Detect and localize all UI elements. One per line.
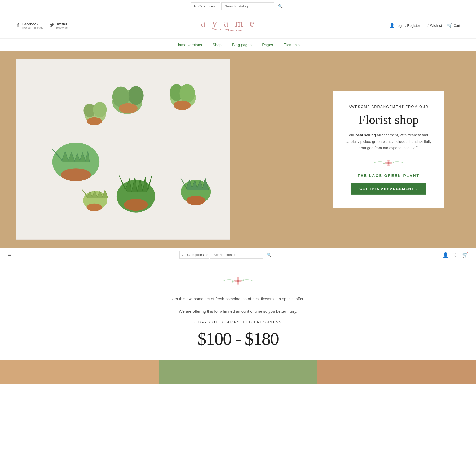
sticky-nav-actions: 👤 ♡ 🛒 — [443, 252, 468, 258]
cart-icon: 🛒 — [447, 23, 452, 28]
nav-item-elements[interactable]: Elements — [284, 42, 300, 47]
sticky-cart-icon[interactable]: 🛒 — [462, 252, 468, 258]
login-register-link[interactable]: 👤 Login / Register — [390, 23, 420, 28]
hamburger-menu-button[interactable]: ≡ — [8, 252, 11, 258]
svg-point-27 — [390, 162, 392, 164]
svg-point-38 — [243, 279, 244, 281]
svg-point-2 — [236, 30, 237, 31]
promo-section: Get this awesome set of fresh combinatio… — [0, 262, 476, 360]
hero-section: AWESOME ARRANGEMENT FROM OUR Florist sho… — [0, 51, 476, 248]
promo-freshness-label: 7 DAYS OF GUARANTEED FRESHNESS — [16, 320, 460, 324]
nav-link-home[interactable]: Home versions — [176, 43, 202, 47]
svg-point-20 — [186, 196, 205, 205]
bottom-image-strip — [0, 360, 476, 384]
svg-point-25 — [387, 164, 390, 166]
nav-link-shop[interactable]: Shop — [213, 43, 222, 47]
get-arrangement-button[interactable]: GET THIS ARRANGEMENT ↓ — [351, 183, 426, 195]
user-icon: 👤 — [390, 23, 395, 28]
svg-point-37 — [232, 280, 234, 282]
hero-subtitle: AWESOME ARRANGEMENT FROM OUR — [343, 105, 434, 109]
svg-point-30 — [393, 162, 394, 163]
main-navigation: Home versions Shop Blog pages Pages Elem… — [0, 39, 476, 51]
nav-link-elements[interactable]: Elements — [284, 43, 300, 47]
site-logo[interactable]: a y a m e — [201, 17, 256, 34]
strip-segment-3 — [317, 360, 476, 384]
strip-segment-1 — [0, 360, 159, 384]
hero-product-name: THE LACE GREEN PLANT — [343, 174, 434, 178]
svg-point-36 — [237, 280, 239, 282]
svg-point-18 — [87, 117, 102, 125]
nav-item-blog[interactable]: Blog pages — [232, 42, 252, 47]
cart-link[interactable]: 🛒 Cart — [447, 23, 460, 28]
sticky-heart-icon[interactable]: ♡ — [453, 252, 457, 258]
hero-description: our best selling arrangement, with fresh… — [343, 132, 434, 151]
sticky-nav-bar: ≡ All Categories ▾ 🔍 👤 ♡ 🛒 — [0, 248, 476, 262]
facebook-label: Facebook — [22, 22, 43, 26]
svg-point-35 — [239, 280, 242, 282]
wishlist-link[interactable]: ♡ Wishlist — [425, 23, 442, 28]
svg-point-4 — [128, 86, 143, 105]
hero-plant-image — [16, 59, 230, 240]
nav-link-pages[interactable]: Pages — [262, 43, 273, 47]
promo-text-1: Get this awesome set of fresh combinatio… — [161, 295, 315, 302]
svg-point-32 — [237, 277, 239, 280]
wishlist-label: Wishlist — [430, 24, 442, 28]
svg-point-28 — [388, 162, 389, 164]
sticky-search-button[interactable]: 🔍 — [264, 251, 274, 259]
svg-point-12 — [124, 199, 148, 211]
promo-text-2: We are offering this for a limited amoun… — [161, 308, 315, 315]
sticky-user-icon[interactable]: 👤 — [443, 252, 448, 258]
category-select-wrapper[interactable]: All Categories ▾ — [191, 2, 220, 10]
login-label: Login / Register — [396, 24, 420, 28]
twitter-icon — [50, 23, 54, 28]
svg-point-10 — [174, 101, 191, 110]
search-input[interactable] — [221, 2, 274, 10]
nav-item-home[interactable]: Home versions — [176, 42, 202, 47]
svg-point-29 — [383, 163, 385, 164]
sticky-search-input[interactable] — [210, 251, 263, 259]
svg-point-33 — [237, 282, 239, 285]
nav-link-blog[interactable]: Blog pages — [232, 43, 252, 47]
hero-ornament — [343, 158, 434, 169]
header-actions: 👤 Login / Register ♡ Wishlist 🛒 Cart — [390, 23, 460, 28]
svg-point-22 — [87, 204, 102, 211]
svg-point-9 — [179, 84, 195, 103]
sticky-category-wrapper[interactable]: All Categories ▾ — [179, 251, 209, 259]
svg-point-6 — [119, 103, 138, 113]
facebook-icon — [16, 23, 20, 28]
svg-point-17 — [93, 102, 107, 117]
hero-title: Florist shop — [343, 113, 434, 127]
social-links: Facebook like our FB page Twitter follow… — [16, 22, 68, 29]
twitter-label: Twitter — [56, 22, 68, 26]
sticky-category-select[interactable]: All Categories — [179, 251, 209, 259]
svg-point-24 — [387, 160, 390, 162]
svg-point-26 — [385, 162, 387, 164]
strip-segment-2 — [159, 360, 318, 384]
twitter-sublabel: follow us — [56, 26, 68, 29]
promo-ornament — [16, 275, 460, 288]
svg-point-34 — [234, 280, 237, 282]
sticky-search: All Categories ▾ 🔍 — [179, 251, 274, 259]
facebook-sublabel: like our FB page — [22, 26, 43, 29]
nav-item-pages[interactable]: Pages — [262, 42, 273, 47]
svg-point-0 — [228, 29, 229, 31]
svg-point-1 — [220, 29, 221, 30]
svg-point-14 — [61, 168, 91, 181]
category-select[interactable]: All Categories — [191, 2, 220, 10]
top-search-bar: All Categories ▾ 🔍 — [0, 0, 476, 12]
site-header: Facebook like our FB page Twitter follow… — [0, 12, 476, 39]
nav-item-shop[interactable]: Shop — [213, 42, 222, 47]
heart-icon: ♡ — [425, 23, 429, 28]
cart-label: Cart — [453, 24, 460, 28]
facebook-link[interactable]: Facebook like our FB page — [16, 22, 43, 29]
search-button[interactable]: 🔍 — [275, 2, 285, 10]
twitter-link[interactable]: Twitter follow us — [50, 22, 68, 29]
hero-card: AWESOME ARRANGEMENT FROM OUR Florist sho… — [333, 91, 444, 208]
promo-price: $100 - $180 — [16, 328, 460, 349]
hero-bold: best selling — [355, 133, 376, 137]
